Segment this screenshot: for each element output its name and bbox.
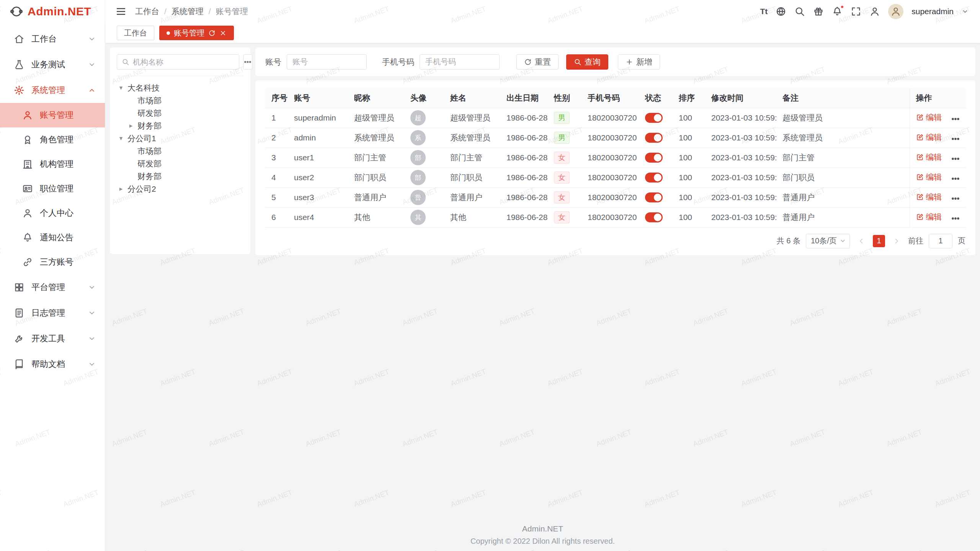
gender-badge: 女 xyxy=(554,152,570,164)
sidebar-item-notice[interactable]: 通知公告 xyxy=(0,225,105,250)
status-toggle[interactable] xyxy=(645,113,663,123)
status-toggle[interactable] xyxy=(645,133,663,143)
more-actions-button[interactable] xyxy=(951,154,960,163)
breadcrumb-item[interactable]: 系统管理 xyxy=(172,6,204,17)
edit-button[interactable]: 编辑 xyxy=(916,112,942,123)
sidebar-item-position-management[interactable]: 职位管理 xyxy=(0,176,105,201)
phone-input[interactable] xyxy=(420,54,500,70)
table-row: 2 admin 系统管理员 系 系统管理员 1986-06-28 男 18020… xyxy=(265,128,966,148)
sidebar-item-workbench[interactable]: 工作台 xyxy=(0,26,105,52)
avatar: 系 xyxy=(410,130,426,145)
tree-node[interactable]: ▾ 大名科技 xyxy=(117,82,243,94)
next-page-button[interactable] xyxy=(890,235,903,247)
edit-button[interactable]: 编辑 xyxy=(916,132,942,143)
breadcrumb-item[interactable]: 工作台 xyxy=(135,6,159,17)
page-size-select[interactable]: 10条/页 xyxy=(806,234,850,248)
username[interactable]: superadmin xyxy=(911,7,954,16)
chevron-down-icon[interactable] xyxy=(962,8,969,15)
chevron-down-icon xyxy=(88,309,96,317)
sidebar-item-business-test[interactable]: 业务测试 xyxy=(0,52,105,77)
cell-account: user4 xyxy=(288,207,348,227)
cell-birthdate: 1986-06-28 xyxy=(500,187,548,207)
status-toggle[interactable] xyxy=(645,153,663,163)
cell-remark: 普通用户 xyxy=(776,187,910,207)
more-actions-button[interactable] xyxy=(951,174,960,183)
sidebar: Admin.NET 工作台 业务测试 系统管理 账号管理 xyxy=(0,0,105,551)
search-icon[interactable] xyxy=(794,6,805,17)
sidebar-item-account-management[interactable]: 账号管理 xyxy=(0,103,105,127)
notification-bell-icon[interactable] xyxy=(832,6,843,17)
breadcrumb: 工作台 / 系统管理 / 账号管理 xyxy=(135,6,248,17)
cell-account: user1 xyxy=(288,148,348,168)
user-icon[interactable] xyxy=(869,6,880,17)
tree-node[interactable]: ▸ 财务部 xyxy=(117,119,243,132)
user-icon xyxy=(22,110,33,121)
sidebar-item-personal-center[interactable]: 个人中心 xyxy=(0,201,105,225)
more-actions-button[interactable] xyxy=(951,214,960,223)
edit-button[interactable]: 编辑 xyxy=(916,152,942,163)
theme-icon[interactable] xyxy=(813,6,824,17)
cell-remark: 超级管理员 xyxy=(776,108,910,128)
app-logo-icon xyxy=(10,5,23,18)
sidebar-item-label: 个人中心 xyxy=(40,207,96,219)
tree-node[interactable]: ▾ 分公司1 xyxy=(117,132,243,145)
bell-icon xyxy=(22,232,33,243)
sidebar-item-label: 三方账号 xyxy=(40,256,96,268)
tree-node[interactable]: 研发部 xyxy=(117,157,243,170)
sidebar-item-dev-tools[interactable]: 开发工具 xyxy=(0,326,105,351)
tree-node[interactable]: 市场部 xyxy=(117,94,243,107)
profile-icon xyxy=(22,208,33,218)
chevron-down-icon xyxy=(88,61,96,68)
close-icon[interactable] xyxy=(219,29,227,37)
more-actions-button[interactable] xyxy=(951,114,960,124)
sidebar-item-help-docs[interactable]: 帮助文档 xyxy=(0,351,105,377)
reset-button[interactable]: 重置 xyxy=(516,54,559,70)
language-icon[interactable] xyxy=(776,6,786,17)
tree-node-label: 市场部 xyxy=(137,146,162,156)
sidebar-item-third-party-account[interactable]: 三方账号 xyxy=(0,250,105,274)
more-actions-button[interactable] xyxy=(951,134,960,143)
goto-page-input[interactable] xyxy=(929,234,952,248)
cell-status xyxy=(639,207,673,227)
cell-name: 系统管理员 xyxy=(444,128,500,148)
tree-node[interactable]: 研发部 xyxy=(117,107,243,119)
prev-page-button[interactable] xyxy=(855,235,867,247)
font-size-icon[interactable]: Tt xyxy=(760,6,768,17)
cell-status xyxy=(639,187,673,207)
refresh-icon[interactable] xyxy=(208,29,216,37)
avatar[interactable] xyxy=(888,4,903,19)
tab-workbench[interactable]: 工作台 xyxy=(117,26,154,40)
org-search-input[interactable] xyxy=(133,58,234,67)
edit-button[interactable]: 编辑 xyxy=(916,172,942,183)
cell-birthdate: 1986-06-28 xyxy=(500,108,548,128)
account-input[interactable] xyxy=(287,54,367,70)
sidebar-item-role-management[interactable]: 角色管理 xyxy=(0,127,105,152)
more-actions-button[interactable] xyxy=(951,194,960,203)
status-toggle[interactable] xyxy=(645,192,663,202)
refresh-icon xyxy=(524,58,532,66)
page-number-button[interactable]: 1 xyxy=(873,235,885,247)
tree-more-button[interactable] xyxy=(243,54,252,70)
tools-icon xyxy=(14,333,24,344)
sidebar-item-system-management[interactable]: 系统管理 xyxy=(0,77,105,103)
sidebar-item-org-management[interactable]: 机构管理 xyxy=(0,152,105,176)
sidebar-item-platform-management[interactable]: 平台管理 xyxy=(0,274,105,300)
hamburger-menu-icon[interactable] xyxy=(115,6,127,17)
fullscreen-icon[interactable] xyxy=(851,6,861,17)
search-button[interactable]: 查询 xyxy=(566,54,608,70)
edit-icon xyxy=(916,114,924,121)
right-column: 账号 手机号码 重置 查询 新增 xyxy=(255,47,975,255)
tree-node[interactable]: ▸ 分公司2 xyxy=(117,183,243,195)
status-toggle[interactable] xyxy=(645,212,663,222)
cell-name: 其他 xyxy=(444,207,500,227)
cell-account: superadmin xyxy=(288,108,348,128)
tree-node[interactable]: 市场部 xyxy=(117,145,243,157)
status-toggle[interactable] xyxy=(645,173,663,183)
edit-button[interactable]: 编辑 xyxy=(916,192,942,202)
sidebar-item-log-management[interactable]: 日志管理 xyxy=(0,300,105,326)
add-button[interactable]: 新增 xyxy=(618,54,660,70)
pagination: 共 6 条 10条/页 1 前往 页 xyxy=(265,234,965,248)
edit-button[interactable]: 编辑 xyxy=(916,212,942,222)
tree-node[interactable]: 财务部 xyxy=(117,170,243,183)
tab-account-management[interactable]: 账号管理 xyxy=(159,26,234,40)
